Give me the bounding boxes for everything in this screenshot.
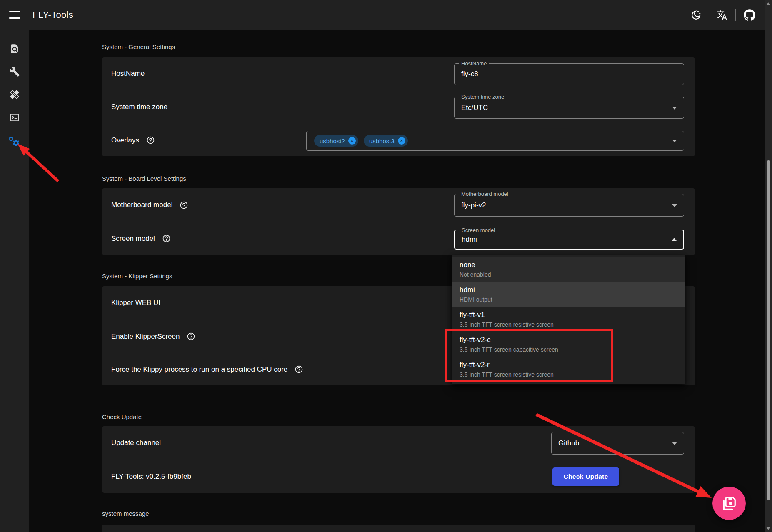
dark-mode-moon-icon[interactable] [690, 9, 702, 21]
menu-item-subtitle: HDMI output [460, 295, 685, 304]
version-label: FLY-Tools: v0.2.5-fb9bfeb [111, 472, 191, 481]
row-timezone: System time zone System time zone Etc/UT… [102, 90, 695, 124]
hostname-input-label: HostName [459, 60, 489, 67]
check-update-button[interactable]: Check Update [552, 467, 619, 486]
chevron-down-icon [672, 140, 677, 142]
row-motherboard: Motherboard model Motherboard model fly-… [102, 188, 695, 222]
card-check-update: Update channel Github FLY-Tools: v0.2.5-… [102, 426, 695, 493]
help-icon[interactable] [180, 201, 188, 210]
chevron-down-icon [672, 442, 677, 445]
card-system-message [102, 525, 695, 532]
card-board-settings: Motherboard model Motherboard model fly-… [102, 188, 695, 255]
hamburger-menu-icon[interactable] [9, 10, 20, 20]
menu-item-subtitle: 3.5-inch TFT screen resistive screen [460, 370, 685, 379]
screen-model-select-label: Screen model [460, 227, 497, 234]
menu-item-fly-tft-v1[interactable]: fly-tft-v1 3.5-inch TFT screen resistive… [452, 307, 685, 332]
sidebar-item-healing-patch[interactable] [9, 89, 20, 100]
menu-item-subtitle: 3.5-inch TFT screen resistive screen [460, 320, 685, 329]
klipper-web-ui-row-label: Klipper WEB UI [111, 299, 160, 307]
menu-item-title: hdmi [460, 285, 685, 295]
timezone-select[interactable]: System time zone Etc/UTC [454, 97, 684, 119]
overlay-chip[interactable]: usbhost3 ✕ [364, 135, 408, 147]
row-screen-model: Screen model Screen model hdmi [102, 222, 695, 255]
scrollbar[interactable] [765, 0, 772, 532]
section-label-check-update: Check Update [102, 413, 142, 420]
screen-model-select[interactable]: Screen model hdmi [454, 230, 684, 250]
chip-label: usbhost2 [320, 137, 345, 145]
help-icon[interactable] [187, 332, 195, 341]
menu-item-fly-tft-v2-c[interactable]: fly-tft-v2-c 3.5-inch TFT screen capacit… [452, 332, 685, 357]
chip-close-icon[interactable]: ✕ [398, 137, 405, 145]
screen-model-dropdown-menu: none Not enabled hdmi HDMI output fly-tf… [452, 255, 685, 384]
sidebar-item-find-in-page[interactable] [9, 43, 20, 54]
row-overlays: Overlays usbhost2 ✕ usbhost3 ✕ [102, 124, 695, 156]
menu-item-subtitle: Not enabled [460, 270, 685, 279]
chevron-down-icon [672, 204, 677, 207]
topbar-actions [690, 0, 755, 30]
help-icon[interactable] [295, 365, 303, 374]
github-icon[interactable] [744, 9, 755, 21]
card-general-settings: HostName HostName fly-c8 System time zon… [102, 57, 695, 156]
timezone-select-label: System time zone [459, 93, 506, 100]
annotation-arrow-sidebar-shaft [27, 152, 58, 181]
screen-model-row-label: Screen model [111, 235, 155, 243]
chip-label: usbhost3 [369, 137, 395, 145]
motherboard-select-label: Motherboard model [459, 190, 510, 197]
update-channel-row-label: Update channel [111, 439, 161, 447]
overlays-select[interactable]: usbhost2 ✕ usbhost3 ✕ [306, 131, 684, 151]
menu-item-none[interactable]: none Not enabled [452, 257, 685, 282]
overlays-chips: usbhost2 ✕ usbhost3 ✕ [314, 131, 408, 150]
app-title: FLY-Tools [32, 10, 73, 20]
scrollbar-down-arrow-icon[interactable] [766, 527, 770, 530]
chip-close-icon[interactable]: ✕ [348, 137, 356, 145]
translate-icon[interactable] [716, 9, 727, 21]
motherboard-row-label: Motherboard model [111, 201, 172, 209]
sidebar-item-terminal[interactable] [9, 112, 20, 123]
overlay-chip[interactable]: usbhost2 ✕ [314, 135, 358, 147]
update-channel-select-value: Github [558, 439, 579, 447]
row-version: FLY-Tools: v0.2.5-fb9bfeb Check Update [102, 460, 695, 493]
menu-item-title: fly-tft-v2-r [460, 360, 685, 370]
row-hostname: HostName HostName fly-c8 [102, 57, 695, 90]
motherboard-select[interactable]: Motherboard model fly-pi-v2 [454, 194, 684, 217]
hostname-row-label: HostName [111, 70, 145, 78]
motherboard-select-value: fly-pi-v2 [461, 201, 486, 210]
top-app-bar: FLY-Tools [0, 0, 772, 30]
sidebar-item-settings-gears[interactable] [8, 135, 21, 147]
menu-item-hdmi[interactable]: hdmi HDMI output [452, 282, 685, 307]
hostname-input-value: fly-c8 [461, 70, 478, 78]
row-update-channel: Update channel Github [102, 426, 695, 460]
klippy-cpu-core-row-label: Force the Klippy process to run on a spe… [111, 365, 287, 374]
section-label-general: System - General Settings [102, 43, 175, 50]
menu-item-title: fly-tft-v1 [460, 310, 685, 320]
timezone-select-value: Etc/UTC [461, 104, 488, 112]
scrollbar-up-arrow-icon[interactable] [766, 2, 770, 5]
menu-item-fly-tft-v2-r[interactable]: fly-tft-v2-r 3.5-inch TFT screen resisti… [452, 357, 685, 382]
timezone-row-label: System time zone [111, 103, 167, 111]
menu-item-title: fly-tft-v2-c [460, 335, 685, 345]
update-channel-select[interactable]: Github [551, 432, 684, 455]
menu-item-subtitle: 3.5-inch TFT screen capacitive screen [460, 345, 685, 354]
save-all-icon [721, 495, 737, 511]
klipperscreen-row-label: Enable KlipperScreen [111, 332, 180, 341]
section-label-klipper: System - Klipper Settings [102, 272, 172, 280]
help-icon[interactable] [146, 136, 155, 145]
scrollbar-thumb[interactable] [767, 160, 770, 500]
hostname-input[interactable]: HostName fly-c8 [454, 63, 684, 85]
sidebar-item-wrench[interactable] [9, 66, 20, 77]
topbar-divider [735, 9, 736, 21]
save-all-fab-button[interactable] [712, 487, 746, 520]
screen-model-select-value: hdmi [462, 235, 477, 244]
section-label-board: System - Board Level Settings [102, 175, 186, 182]
overlays-row-label: Overlays [111, 136, 139, 145]
menu-item-title: none [460, 260, 685, 270]
sidebar-nav [0, 30, 29, 532]
help-icon[interactable] [162, 234, 171, 243]
chevron-down-icon [672, 107, 677, 110]
chevron-up-icon [672, 238, 677, 241]
annotation-arrow-fab-head [696, 486, 712, 498]
section-label-system-message: system message [102, 510, 149, 517]
